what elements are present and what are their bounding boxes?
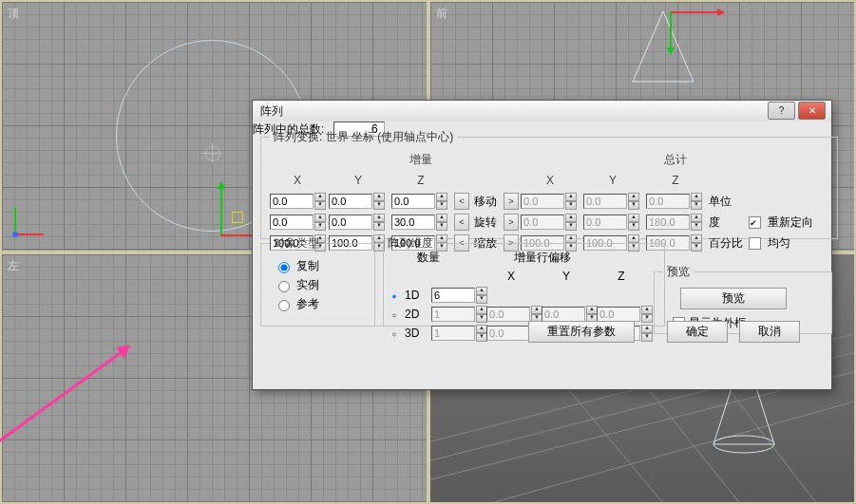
viewport-label: 顶 [8,6,19,22]
radio-3d[interactable] [392,328,396,341]
preview-button[interactable]: 预览 [680,288,787,309]
world-axis-icon [10,202,48,243]
radio-instance[interactable]: 实例 [274,277,371,293]
move-left-btn[interactable]: < [454,193,469,210]
label-3d: 3D [405,327,426,340]
unit-move: 单位 [709,194,745,210]
axis-x: X [270,174,325,187]
dim-axis-y: Y [542,270,591,283]
viewport-label: 前 [436,6,447,22]
rot-tot-z[interactable]: ▲▼ [646,214,705,231]
count-header: 数量 [417,250,440,266]
rot-inc-x[interactable]: ▲▼ [270,214,325,231]
header-increment: 增量 [391,152,450,168]
count-2d[interactable]: ▲▼ [431,306,481,323]
cancel-button[interactable]: 取消 [739,321,800,343]
count-3d[interactable]: ▲▼ [431,325,481,342]
axis-y: Y [583,174,642,187]
radio-copy[interactable]: 复制 [274,258,371,274]
uniform-checkbox[interactable] [749,237,764,250]
reset-button[interactable]: 重置所有参数 [528,321,635,343]
rot-inc-y[interactable]: ▲▼ [329,214,388,231]
row-move-label: 移动 [471,194,500,210]
label-1d: 1D [405,289,426,302]
close-button[interactable]: ✕ [798,102,826,120]
unit-rotate: 度 [709,215,745,231]
preview-legend: 预览 [663,264,694,280]
move-tot-y[interactable]: ▲▼ [583,193,642,210]
transform-group: 阵列变换: 世界 坐标 (使用轴点中心) 增量 总计 X Y Z X Y Z ▲… [260,129,838,239]
radio-copy-label: 复制 [296,258,319,274]
label-2d: 2D [405,308,426,321]
row-rotate-label: 旋转 [471,215,500,231]
help-button[interactable]: ? [768,102,795,120]
move-tot-z[interactable]: ▲▼ [646,193,705,210]
move-right-btn[interactable]: > [504,193,519,210]
rot-left-btn[interactable]: < [454,214,469,231]
svg-marker-3 [633,11,694,82]
reorient-label: 重新定向 [768,215,819,231]
axis-x: X [521,174,580,187]
axis-z: Z [391,174,450,187]
rot-right-btn[interactable]: > [504,214,519,231]
axis-z: Z [646,174,705,187]
move-inc-z[interactable]: ▲▼ [391,193,450,210]
dim-axis-z: Z [597,270,646,283]
radio-reference-label: 参考 [296,296,319,312]
row-offset-header: 增量行偏移 [514,250,571,266]
dim-axis-x: X [486,270,536,283]
radio-reference[interactable]: 参考 [274,296,371,312]
titlebar[interactable]: 阵列 ? ✕ [253,101,831,122]
rot-inc-z[interactable]: ▲▼ [391,214,450,231]
rot-tot-x[interactable]: ▲▼ [521,214,580,231]
dialog-title: 阵列 [253,103,283,120]
radio-instance-label: 实例 [296,277,319,293]
header-total: 总计 [646,152,705,168]
dimensions-group: 阵列维度 数量 增量行偏移 X Y Z 1D ▲▼ 2D ▲▼ ▲▼ ▲▼ ▲▼… [374,235,665,327]
svg-line-7 [430,387,855,503]
svg-point-2 [12,232,18,237]
object-type-group: 对象类型 复制 实例 参考 [260,235,384,327]
ok-button[interactable]: 确定 [667,321,728,343]
axis-y: Y [329,174,388,187]
array-dialog: 阵列 ? ✕ 阵列变换: 世界 坐标 (使用轴点中心) 增量 总计 X Y Z … [252,100,832,390]
move-tot-x[interactable]: ▲▼ [521,193,580,210]
move-inc-x[interactable]: ▲▼ [270,193,325,210]
object-type-legend: 对象类型 [270,235,323,252]
rot-tot-y[interactable]: ▲▼ [583,214,642,231]
count-1d[interactable]: ▲▼ [431,287,481,304]
cone-shape [625,8,701,84]
viewport-label: 左 [8,258,19,274]
move-inc-y[interactable]: ▲▼ [329,193,388,210]
radio-2d[interactable] [392,309,396,322]
reorient-checkbox[interactable] [749,216,764,229]
unit-scale: 百分比 [709,235,745,252]
pivot-marker-icon [205,146,220,161]
radio-1d[interactable] [392,290,396,303]
transform-legend: 阵列变换: 世界 坐标 (使用轴点中心) [270,129,457,145]
uniform-label: 均匀 [768,235,819,252]
